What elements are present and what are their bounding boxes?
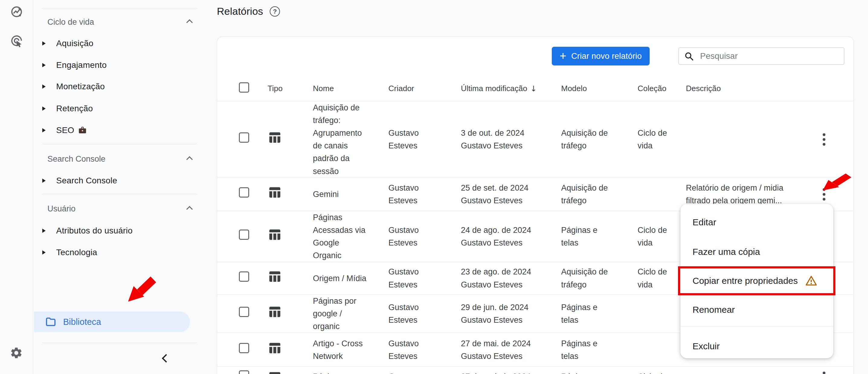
report-name: Gemini (313, 188, 339, 201)
annotation-highlight-box (678, 266, 835, 295)
table-chart-icon (268, 341, 281, 355)
col-header-ultima-modificacao[interactable]: Última modificação ↓ (461, 84, 561, 93)
report-model: Páginas e telas (561, 301, 613, 326)
report-creator: Gustavo Esteves (389, 181, 434, 207)
report-modified: 23 de ago. de 2024Gustavo Esteves (461, 265, 561, 291)
sidebar-item-label: Search Console (56, 176, 117, 185)
report-name: Páginas Acessadas via Google Organic (313, 211, 367, 262)
menu-item-editar[interactable]: Editar (680, 208, 833, 237)
report-model: Aquisição de tráfego (561, 181, 613, 207)
reports-sidebar: Ciclo de vida Aquisição Engajamento Mone… (33, 0, 211, 374)
section-usuario[interactable]: Usuário (48, 203, 199, 214)
divider (42, 194, 197, 194)
sidebar-item-search-console[interactable]: Search Console (33, 175, 211, 187)
row-menu-button[interactable] (822, 370, 827, 374)
library-toolbar: + Criar novo relatório (217, 37, 854, 76)
table-chart-icon (268, 270, 281, 283)
report-model: Aquisição de tráfego (561, 127, 613, 152)
divider (42, 8, 197, 9)
report-collection: Ciclo de vida (638, 265, 672, 291)
sidebar-item-biblioteca-selected[interactable]: Biblioteca (34, 312, 190, 332)
section-search-console[interactable]: Search Console (48, 154, 199, 164)
report-modified: 27 de mai. de 2024Gustavo Esteves (461, 370, 561, 374)
report-creator: Gustavo Esteves (389, 224, 434, 249)
report-creator: Gustavo Esteves (389, 301, 434, 326)
col-header-nome[interactable]: Nome (313, 84, 389, 93)
menu-item-fazer-uma-copia[interactable]: Fazer uma cópia (680, 237, 833, 266)
row-checkbox[interactable] (239, 132, 249, 143)
section-label: Ciclo de vida (48, 18, 94, 27)
search-box[interactable] (678, 47, 844, 65)
annotation-arrow-library (126, 275, 157, 303)
sidebar-item-label: Monetização (56, 82, 105, 91)
report-name: Artigo - Cross Network (313, 337, 367, 363)
search-input[interactable] (700, 51, 839, 61)
sidebar-item-engajamento[interactable]: Engajamento (33, 59, 211, 71)
annotation-arrow-row-menu (821, 172, 852, 191)
report-modified: 25 de set. de 2024Gustavo Esteves (461, 181, 561, 207)
row-checkbox[interactable] (239, 230, 249, 240)
sidebar-item-retencao[interactable]: Retenção (33, 103, 211, 114)
row-checkbox[interactable] (239, 370, 249, 374)
sidebar-item-atributos-do-usuario[interactable]: Atributos do usuário (33, 225, 211, 237)
report-creator: Gustavo Esteves (389, 370, 434, 374)
report-collection: Ciclo de vida (638, 127, 672, 152)
report-modified: 27 de mai. de 2024Gustavo Esteves (461, 337, 561, 363)
report-name: Páginas e telas: Título (313, 370, 367, 374)
menu-item-excluir[interactable]: Excluir (680, 332, 833, 361)
sidebar-item-label: Biblioteca (63, 317, 101, 327)
col-header-descricao[interactable]: Descrição (686, 84, 807, 93)
sidebar-item-monetizacao[interactable]: Monetização (33, 80, 211, 93)
select-all-checkbox[interactable] (239, 82, 249, 93)
expander-triangle-icon (42, 178, 45, 183)
expander-triangle-icon (42, 229, 45, 233)
sidebar-item-label: Aquisição (56, 39, 93, 48)
col-header-modelo[interactable]: Modelo (561, 84, 638, 93)
row-menu-button[interactable] (822, 132, 827, 147)
expander-triangle-icon (42, 84, 45, 89)
expander-triangle-icon (42, 128, 45, 132)
report-collection: Ciclo de vida (638, 224, 672, 249)
col-header-criador[interactable]: Criador (389, 84, 461, 93)
table-row[interactable]: Páginas e telas: Título Gustavo Esteves … (217, 367, 854, 374)
report-modified: 3 de out. de 2024Gustavo Esteves (461, 127, 561, 152)
report-modified: 29 de jun. de 2024Gustavo Esteves (461, 301, 561, 326)
search-icon (684, 51, 694, 61)
chevron-up-icon (186, 156, 193, 163)
advertising-nav-icon[interactable] (10, 34, 24, 48)
collapse-sidebar-icon[interactable] (162, 354, 170, 363)
reports-nav-icon[interactable] (10, 5, 24, 19)
row-checkbox[interactable] (239, 187, 249, 198)
help-icon[interactable]: ? (270, 6, 280, 16)
col-header-tipo[interactable]: Tipo (268, 84, 313, 93)
report-model: Aquisição de tráfego (561, 265, 613, 291)
left-nav-rail (0, 0, 33, 374)
menu-item-renomear[interactable]: Renomear (680, 295, 833, 324)
report-modified: 24 de ago. de 2024Gustavo Esteves (461, 224, 561, 249)
row-context-menu: Editar Fazer uma cópia Copiar entre prop… (680, 204, 833, 358)
sidebar-item-label: Engajamento (56, 60, 106, 70)
table-row[interactable]: Aquisição de tráfego: Agrupamento de can… (217, 101, 854, 178)
report-creator: Gustavo Esteves (389, 337, 434, 363)
create-report-button[interactable]: + Criar novo relatório (552, 47, 650, 65)
report-name: Origem / Mídia (313, 272, 366, 285)
col-header-colecao[interactable]: Coleção (638, 84, 686, 93)
expander-triangle-icon (42, 250, 45, 254)
page-title: Relatórios (217, 5, 263, 17)
expander-triangle-icon (42, 106, 45, 111)
admin-gear-icon[interactable] (10, 346, 23, 360)
row-checkbox[interactable] (239, 271, 249, 282)
section-ciclo-de-vida[interactable]: Ciclo de vida (48, 16, 199, 28)
sidebar-item-seo[interactable]: SEO (33, 124, 211, 136)
row-checkbox[interactable] (239, 307, 249, 317)
folder-icon (45, 316, 57, 328)
row-checkbox[interactable] (239, 343, 249, 353)
sidebar-item-aquisicao[interactable]: Aquisição (33, 37, 211, 49)
sidebar-item-tecnologia[interactable]: Tecnologia (33, 246, 211, 259)
divider (42, 144, 197, 144)
chevron-up-icon (186, 19, 193, 26)
table-chart-icon (268, 228, 281, 242)
report-description: Relatório de origem / midia filtrado pel… (686, 181, 796, 207)
report-name: Páginas por google / organic (313, 295, 367, 333)
sort-desc-icon: ↓ (530, 84, 537, 93)
